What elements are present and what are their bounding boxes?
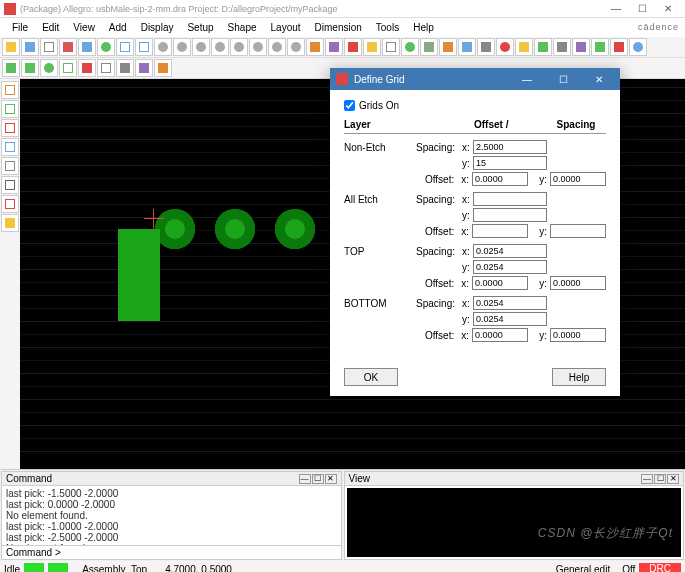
- bottom-offset-x[interactable]: [472, 328, 528, 342]
- view-close-button[interactable]: ✕: [667, 474, 679, 484]
- zoom-fit-icon[interactable]: [192, 38, 210, 56]
- hourglass-icon[interactable]: [534, 38, 552, 56]
- all-etch-spacing-y[interactable]: [473, 208, 547, 222]
- draw-tool-icon[interactable]: [1, 157, 19, 175]
- status-drc[interactable]: DRC: [639, 563, 681, 572]
- timer-icon[interactable]: [515, 38, 533, 56]
- delete-tool-icon[interactable]: [1, 195, 19, 213]
- layers-icon[interactable]: [325, 38, 343, 56]
- text-tool-icon[interactable]: [1, 214, 19, 232]
- shape-edit-icon[interactable]: [135, 59, 153, 77]
- padstack-icon[interactable]: [420, 38, 438, 56]
- grid-icon[interactable]: [382, 38, 400, 56]
- menu-shape[interactable]: Shape: [222, 20, 263, 35]
- menu-add[interactable]: Add: [103, 20, 133, 35]
- cmd-min-button[interactable]: —: [299, 474, 311, 484]
- select-tool-icon[interactable]: [1, 138, 19, 156]
- line-tool-icon[interactable]: [1, 81, 19, 99]
- window-minimize-button[interactable]: —: [603, 0, 629, 17]
- non-etch-offset-x[interactable]: [472, 172, 528, 186]
- refresh-icon[interactable]: [306, 38, 324, 56]
- zoom-prev-icon[interactable]: [230, 38, 248, 56]
- move-icon[interactable]: [97, 38, 115, 56]
- component-outline[interactable]: [118, 229, 160, 321]
- arc-tool-icon[interactable]: [1, 100, 19, 118]
- shape-rect-icon[interactable]: [2, 59, 20, 77]
- zoom-sel-icon[interactable]: [287, 38, 305, 56]
- bottom-spacing-x[interactable]: [473, 296, 547, 310]
- print-icon[interactable]: [40, 38, 58, 56]
- bottom-offset-y[interactable]: [550, 328, 606, 342]
- find-icon[interactable]: [458, 38, 476, 56]
- grids-on-checkbox-label[interactable]: Grids On: [344, 100, 606, 111]
- redo-icon[interactable]: [135, 38, 153, 56]
- pad-2[interactable]: [215, 209, 255, 249]
- non-etch-spacing-y[interactable]: [473, 156, 547, 170]
- top-spacing-x[interactable]: [473, 244, 547, 258]
- dialog-titlebar[interactable]: Define Grid — ☐ ✕: [330, 68, 620, 90]
- top-offset-x[interactable]: [472, 276, 528, 290]
- window-close-button[interactable]: ✕: [655, 0, 681, 17]
- shape-select-icon[interactable]: [97, 59, 115, 77]
- menu-file[interactable]: File: [6, 20, 34, 35]
- shape-update-icon[interactable]: [154, 59, 172, 77]
- top-offset-y[interactable]: [550, 276, 606, 290]
- shape-void-icon[interactable]: [59, 59, 77, 77]
- copy-icon[interactable]: [78, 38, 96, 56]
- zoom-out-icon[interactable]: [173, 38, 191, 56]
- menu-edit[interactable]: Edit: [36, 20, 65, 35]
- command-input[interactable]: [61, 548, 337, 558]
- view-rest-button[interactable]: ☐: [654, 474, 666, 484]
- open-icon[interactable]: [2, 38, 20, 56]
- window-maximize-button[interactable]: ☐: [629, 0, 655, 17]
- menu-display[interactable]: Display: [135, 20, 180, 35]
- shape-edge-icon[interactable]: [116, 59, 134, 77]
- zoom-center-icon[interactable]: [249, 38, 267, 56]
- all-etch-spacing-x[interactable]: [473, 192, 547, 206]
- xsection-icon[interactable]: [572, 38, 590, 56]
- pad-3[interactable]: [275, 209, 315, 249]
- cmd-close-button[interactable]: ✕: [325, 474, 337, 484]
- shape-poly-icon[interactable]: [21, 59, 39, 77]
- help-icon[interactable]: [629, 38, 647, 56]
- stop-icon[interactable]: [496, 38, 514, 56]
- rect-tool-icon[interactable]: [1, 176, 19, 194]
- cut-icon[interactable]: [59, 38, 77, 56]
- menu-setup[interactable]: Setup: [181, 20, 219, 35]
- bottom-spacing-y[interactable]: [473, 312, 547, 326]
- view-min-button[interactable]: —: [641, 474, 653, 484]
- command-log[interactable]: last pick: -1.5000 -2.0000 last pick: 0.…: [2, 486, 341, 545]
- dialog-maximize-button[interactable]: ☐: [548, 74, 578, 85]
- color-icon[interactable]: [363, 38, 381, 56]
- script-icon[interactable]: [610, 38, 628, 56]
- export-icon[interactable]: [591, 38, 609, 56]
- zoom-in-icon[interactable]: [154, 38, 172, 56]
- shape-delete-icon[interactable]: [78, 59, 96, 77]
- non-etch-offset-y[interactable]: [550, 172, 606, 186]
- drc-icon[interactable]: [401, 38, 419, 56]
- view-thumbnail[interactable]: [347, 488, 682, 557]
- top-spacing-y[interactable]: [473, 260, 547, 274]
- grids-on-checkbox[interactable]: [344, 100, 355, 111]
- zoom-world-icon[interactable]: [268, 38, 286, 56]
- all-etch-offset-y[interactable]: [550, 224, 606, 238]
- move-tool-icon[interactable]: [1, 119, 19, 137]
- measure-icon[interactable]: [439, 38, 457, 56]
- menu-view[interactable]: View: [67, 20, 101, 35]
- non-etch-spacing-x[interactable]: [473, 140, 547, 154]
- menu-tools[interactable]: Tools: [370, 20, 405, 35]
- menu-help[interactable]: Help: [407, 20, 440, 35]
- undo-icon[interactable]: [116, 38, 134, 56]
- dialog-close-button[interactable]: ✕: [584, 74, 614, 85]
- all-etch-offset-x[interactable]: [472, 224, 528, 238]
- report-icon[interactable]: [344, 38, 362, 56]
- save-icon[interactable]: [21, 38, 39, 56]
- menu-dimension[interactable]: Dimension: [309, 20, 368, 35]
- status-chip-1[interactable]: [24, 563, 44, 572]
- help-button[interactable]: Help: [552, 368, 606, 386]
- dialog-minimize-button[interactable]: —: [512, 74, 542, 85]
- ok-button[interactable]: OK: [344, 368, 398, 386]
- zoom-window-icon[interactable]: [211, 38, 229, 56]
- cmd-rest-button[interactable]: ☐: [312, 474, 324, 484]
- 3d-icon[interactable]: [553, 38, 571, 56]
